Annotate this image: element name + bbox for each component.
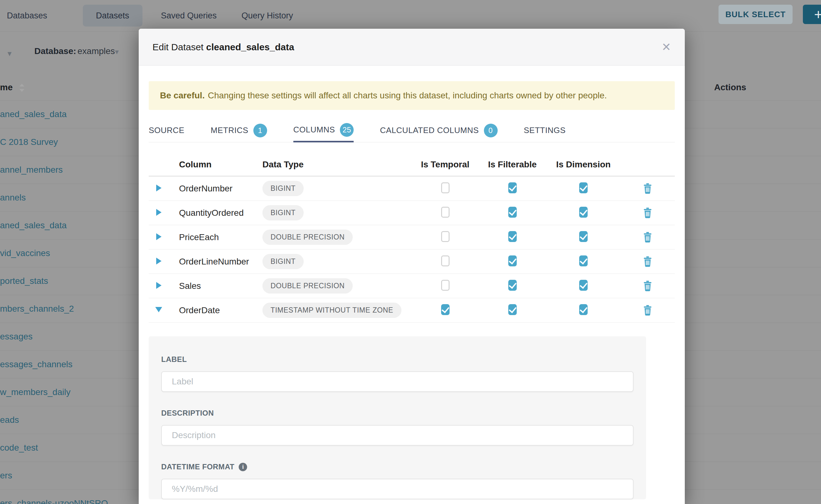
is-filterable-checkbox[interactable]	[508, 280, 517, 291]
trash-icon	[643, 183, 652, 194]
trash-icon	[643, 232, 652, 243]
sort-icon[interactable]	[19, 84, 24, 92]
nav-item-datasets[interactable]: Datasets	[83, 5, 142, 27]
dataset-link[interactable]: annels	[0, 193, 26, 203]
datetime-format-field-label: DATETIME FORMAT i	[161, 462, 634, 471]
close-icon[interactable]: ✕	[662, 42, 671, 53]
datetime-format-label-text: DATETIME FORMAT	[161, 462, 234, 471]
add-dataset-button[interactable]: +	[803, 5, 821, 24]
data-type-pill: TIMESTAMP WITHOUT TIME ZONE	[262, 303, 401, 318]
name-column-header[interactable]: me	[0, 82, 12, 92]
column-row: SalesDOUBLE PRECISION	[149, 274, 675, 298]
edit-dataset-modal: Edit Dataset cleaned_sales_data ✕ Be car…	[139, 29, 685, 504]
is-temporal-checkbox[interactable]	[441, 304, 450, 315]
is-dimension-checkbox[interactable]	[579, 255, 588, 266]
column-name: PriceEach	[169, 232, 262, 242]
delete-column-button[interactable]	[643, 281, 652, 291]
tab-settings[interactable]: SETTINGS	[524, 119, 566, 142]
dataset-link[interactable]: eads	[0, 415, 19, 425]
dataset-link[interactable]: ported_stats	[0, 276, 48, 286]
expand-caret-icon[interactable]	[156, 233, 161, 240]
modal-header: Edit Dataset cleaned_sales_data ✕	[139, 29, 685, 66]
trash-icon	[643, 281, 652, 291]
filter-caret-icon[interactable]: ▾	[7, 49, 12, 58]
is-temporal-checkbox[interactable]	[441, 182, 450, 193]
dataset-link[interactable]: w_members_daily	[0, 387, 71, 397]
column-name: Sales	[169, 281, 262, 291]
data-type-pill: BIGINT	[262, 181, 304, 196]
expand-caret-icon[interactable]	[156, 258, 161, 264]
bulk-select-button[interactable]: BULK SELECT	[719, 5, 793, 24]
dataset-link[interactable]: mbers_channels_2	[0, 304, 74, 314]
nav-item-databases[interactable]: Databases	[7, 0, 47, 31]
dataset-link[interactable]: essages	[0, 332, 32, 342]
column-row: OrderDateTIMESTAMP WITHOUT TIME ZONE	[149, 298, 675, 323]
delete-column-button[interactable]	[643, 305, 652, 316]
is-dimension-checkbox[interactable]	[579, 182, 588, 193]
tab-source[interactable]: SOURCE	[149, 119, 184, 142]
database-caret-icon[interactable]: ▾	[115, 47, 119, 56]
warning-bold-text: Be careful.	[160, 91, 205, 101]
delete-column-button[interactable]	[643, 232, 652, 243]
is-temporal-checkbox[interactable]	[441, 280, 450, 291]
warning-banner: Be careful. Changing these settings will…	[149, 81, 675, 110]
top-navigation: Databases Datasets Saved Queries Query H…	[0, 0, 821, 32]
trash-icon	[643, 305, 652, 316]
database-filter-label: Database:	[34, 46, 76, 56]
collapse-caret-icon[interactable]	[155, 307, 162, 312]
is-filterable-checkbox[interactable]	[508, 304, 517, 315]
tab-metrics[interactable]: METRICS1	[210, 119, 267, 142]
tab-calculated-columns[interactable]: CALCULATED COLUMNS0	[380, 119, 497, 142]
is-dimension-checkbox[interactable]	[579, 207, 588, 218]
is-filterable-checkbox[interactable]	[508, 231, 517, 242]
tab-label: SOURCE	[149, 126, 184, 135]
nav-item-query-history[interactable]: Query History	[241, 0, 293, 31]
column-row: OrderLineNumberBIGINT	[149, 250, 675, 274]
column-row: QuantityOrderedBIGINT	[149, 201, 675, 225]
nav-item-saved-queries[interactable]: Saved Queries	[161, 0, 217, 31]
column-name: OrderLineNumber	[169, 257, 262, 267]
delete-column-button[interactable]	[643, 208, 652, 218]
is-filterable-checkbox[interactable]	[508, 255, 517, 266]
dataset-link[interactable]: aned_sales_data	[0, 220, 67, 230]
modal-title-dataset-name: cleaned_sales_data	[206, 42, 294, 52]
tab-badge: 1	[253, 124, 267, 137]
info-icon[interactable]: i	[239, 463, 247, 471]
column-name: QuantityOrdered	[169, 208, 262, 218]
trash-icon	[643, 208, 652, 218]
actions-column-header: Actions	[714, 82, 746, 92]
dataset-link[interactable]: vid_vaccines	[0, 248, 50, 258]
dataset-link[interactable]: aned_sales_data	[0, 109, 67, 119]
dataset-link[interactable]: essages_channels	[0, 359, 72, 369]
database-filter-value[interactable]: examples	[77, 46, 115, 56]
delete-column-button[interactable]	[643, 183, 652, 194]
expand-caret-icon[interactable]	[156, 185, 161, 191]
tab-badge: 0	[484, 124, 498, 137]
is-filterable-checkbox[interactable]	[508, 182, 517, 193]
is-dimension-checkbox[interactable]	[579, 304, 588, 315]
dataset-link[interactable]: ers	[0, 471, 12, 481]
is-filterable-checkbox[interactable]	[508, 207, 517, 218]
is-dimension-checkbox[interactable]	[579, 231, 588, 242]
is-dimension-checkbox[interactable]	[579, 280, 588, 291]
is-temporal-checkbox[interactable]	[441, 255, 450, 266]
dataset-link[interactable]: annel_members	[0, 165, 63, 175]
label-input[interactable]	[161, 371, 634, 392]
tab-label: SETTINGS	[524, 126, 566, 135]
label-field-group: LABEL	[161, 355, 634, 392]
description-input[interactable]	[161, 425, 634, 446]
datetime-format-input[interactable]	[161, 479, 634, 499]
expand-caret-icon[interactable]	[156, 209, 161, 216]
dataset-link[interactable]: code_test	[0, 443, 38, 453]
is-temporal-checkbox[interactable]	[441, 231, 450, 242]
tab-columns[interactable]: COLUMNS25	[293, 119, 354, 142]
delete-column-button[interactable]	[643, 256, 652, 267]
expand-caret-icon[interactable]	[156, 282, 161, 289]
modal-tabs: SOURCEMETRICS1COLUMNS25CALCULATED COLUMN…	[149, 119, 675, 142]
is-temporal-checkbox[interactable]	[441, 207, 450, 218]
data-type-pill: DOUBLE PRECISION	[262, 278, 353, 294]
dataset-link[interactable]: C 2018 Survey	[0, 137, 58, 147]
dataset-link[interactable]: ers_channels-uzooNNtSRO	[0, 498, 108, 504]
modal-body: Be careful. Changing these settings will…	[139, 81, 685, 499]
header-data-type: Data Type	[262, 160, 413, 170]
